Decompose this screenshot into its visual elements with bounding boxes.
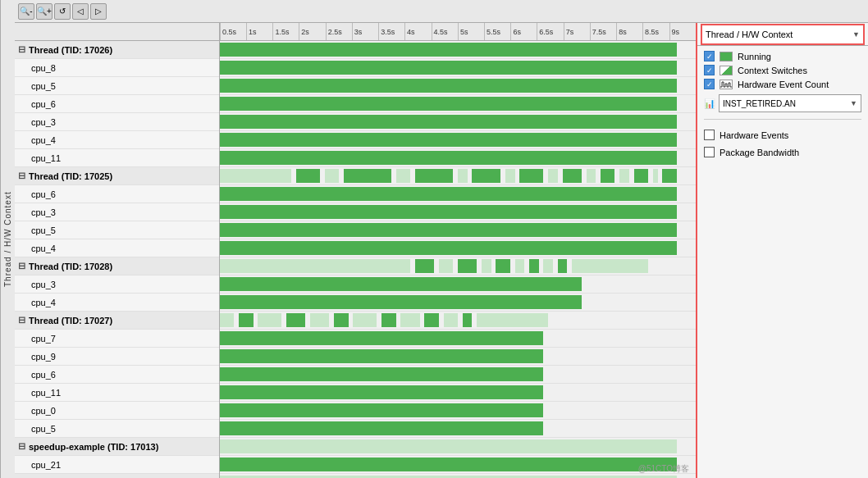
cpu-row-cpu5a[interactable]: cpu_5	[15, 77, 219, 95]
thread-group-17026[interactable]: ⊟Thread (TID: 17026)	[15, 41, 219, 59]
chart-row-cpu4c	[220, 294, 696, 312]
running-checkbox[interactable]	[704, 51, 715, 61]
chart-row-cpu0	[220, 402, 696, 420]
hw-event-count-swatch	[720, 80, 733, 89]
chart-row-cpu11b	[220, 384, 696, 402]
thread-group-17028[interactable]: ⊟Thread (TID: 17028)	[15, 257, 219, 275]
chart-area: 0.5s 1s 1.5s 2s 2.5s 3s 3.5s 4s 4.5s 5s …	[220, 23, 696, 478]
chart-row-t17026	[220, 41, 696, 59]
cpu-row-cpu9[interactable]: cpu_9	[15, 348, 219, 366]
cpu-row-cpu0[interactable]: cpu_0	[15, 402, 219, 420]
hw-event-count-checkbox-item[interactable]: Hardware Event Count	[704, 79, 861, 89]
chart-row-cpu4a	[220, 131, 696, 149]
hw-events-label: Hardware Events	[720, 130, 788, 140]
chart-row-cpu21	[220, 456, 696, 474]
inst-dropdown[interactable]: INST_RETIRED.AN ▼	[719, 94, 861, 112]
chart-row-t17027	[220, 312, 696, 330]
chart-row-cpu5c	[220, 420, 696, 438]
chart-row-cpu3c	[220, 275, 696, 294]
cpu-row-cpu6b[interactable]: cpu_6	[15, 185, 219, 203]
zoom-in-button[interactable]: 🔍+	[36, 3, 53, 20]
tick-8: 4.5s	[432, 23, 448, 40]
watermark: @51CTO博客	[638, 463, 689, 475]
tick-1: 1s	[246, 23, 257, 40]
chart-row-speedup13a	[220, 438, 696, 456]
chart-row-cpu5b	[220, 221, 696, 239]
next-button[interactable]: ▷	[90, 3, 107, 20]
chart-row-t17028	[220, 257, 696, 275]
cpu-row-cpu11b[interactable]: cpu_11	[15, 384, 219, 402]
thread-group-17027[interactable]: ⊟Thread (TID: 17027)	[15, 312, 219, 330]
tick-10: 5.5s	[484, 23, 500, 40]
thread-list: ⊟Thread (TID: 17026) cpu_8 cpu_5 cpu_6 c…	[15, 23, 220, 478]
chart-row-cpu5a	[220, 77, 696, 95]
running-checkbox-item[interactable]: Running	[704, 51, 861, 61]
chart-row-speedup13b	[220, 474, 696, 478]
inst-selector: 📊 INST_RETIRED.AN ▼	[704, 94, 861, 112]
context-dropdown[interactable]: Thread / H/W Context ▼	[701, 24, 865, 45]
hw-events-checkbox-item[interactable]: Hardware Events	[704, 130, 861, 140]
cpu-row-cpu11a[interactable]: cpu_11	[15, 149, 219, 167]
chart-row-cpu8	[220, 59, 696, 77]
cpu-row-cpu6a[interactable]: cpu_6	[15, 95, 219, 113]
inst-label: INST_RETIRED.AN	[723, 99, 796, 108]
zoom-out-button[interactable]: 🔍-	[18, 3, 34, 20]
hw-events-checkbox[interactable]	[704, 130, 715, 140]
tick-7: 4s	[404, 23, 415, 40]
cpu-row-cpu3c[interactable]: cpu_3	[15, 275, 219, 294]
main-container: Thread / H/W Context 🔍- 🔍+ ↺ ◁ ▷ ⊟Thread…	[0, 0, 868, 478]
tick-6: 3.5s	[378, 23, 395, 40]
chevron-down-icon: ▼	[852, 30, 860, 39]
context-switches-label: Context Switches	[738, 66, 807, 75]
tick-4: 2.5s	[326, 23, 342, 40]
context-switches-checkbox[interactable]	[704, 65, 715, 75]
cpu-row-cpu21[interactable]: cpu_21	[15, 456, 219, 474]
cpu-row-cpu4a[interactable]: cpu_4	[15, 131, 219, 149]
cpu-row-cpu5c[interactable]: cpu_5	[15, 420, 219, 438]
tick-17: 9s	[669, 23, 680, 40]
tick-15: 8s	[616, 23, 627, 40]
toolbar: 🔍- 🔍+ ↺ ◁ ▷	[15, 0, 868, 23]
pkg-bandwidth-checkbox-item[interactable]: Package Bandwidth	[704, 147, 861, 157]
chart-row-cpu9	[220, 348, 696, 366]
chart-row-cpu11a	[220, 149, 696, 167]
running-label: Running	[738, 52, 771, 61]
reset-button[interactable]: ↺	[54, 3, 71, 20]
content-area: 🔍- 🔍+ ↺ ◁ ▷ ⊟Thread (TID: 17026) cpu_8 c…	[15, 0, 868, 478]
sidebar-label: Thread / H/W Context	[0, 0, 15, 478]
thread-group-17025[interactable]: ⊟Thread (TID: 17025)	[15, 167, 219, 185]
cpu-row-cpu6c[interactable]: cpu_6	[15, 366, 219, 384]
cpu-row-cpu4b[interactable]: cpu_4	[15, 239, 219, 257]
chart-row-t17025	[220, 167, 696, 185]
tick-14: 7.5s	[590, 23, 606, 40]
cpu-row-cpu5b[interactable]: cpu_5	[15, 221, 219, 239]
tick-2: 1.5s	[272, 23, 289, 40]
cpu-row-cpu3a[interactable]: cpu_3	[15, 113, 219, 131]
thread-group-speedup13b[interactable]: ⊟speedup-example (TID: 17013)	[15, 474, 219, 478]
time-ruler: 0.5s 1s 1.5s 2s 2.5s 3s 3.5s 4s 4.5s 5s …	[220, 23, 696, 41]
pkg-bandwidth-label: Package Bandwidth	[720, 148, 799, 157]
cpu-row-cpu8[interactable]: cpu_8	[15, 59, 219, 77]
chart-row-cpu6a	[220, 95, 696, 113]
running-swatch	[720, 52, 733, 61]
tick-5: 3s	[352, 23, 363, 40]
divider	[704, 119, 861, 120]
right-panel-header: Thread / H/W Context ▼	[697, 23, 868, 46]
pkg-bandwidth-checkbox[interactable]	[704, 147, 715, 157]
chart-row-cpu6b	[220, 185, 696, 203]
context-switches-swatch	[720, 66, 733, 75]
tick-0: 0.5s	[220, 23, 236, 40]
tick-3: 2s	[299, 23, 309, 40]
prev-button[interactable]: ◁	[72, 3, 89, 20]
hw-event-count-checkbox[interactable]	[704, 79, 715, 89]
chart-row-cpu6c	[220, 366, 696, 384]
context-switches-checkbox-item[interactable]: Context Switches	[704, 65, 861, 75]
tick-13: 7s	[564, 23, 574, 40]
cpu-row-cpu7[interactable]: cpu_7	[15, 330, 219, 348]
tick-9: 5s	[458, 23, 468, 40]
cpu-row-cpu3b[interactable]: cpu_3	[15, 203, 219, 221]
thread-group-speedup13a[interactable]: ⊟speedup-example (TID: 17013)	[15, 438, 219, 456]
tick-11: 6s	[510, 23, 521, 40]
cpu-row-cpu4c[interactable]: cpu_4	[15, 294, 219, 312]
timeline-area: ⊟Thread (TID: 17026) cpu_8 cpu_5 cpu_6 c…	[15, 23, 868, 478]
